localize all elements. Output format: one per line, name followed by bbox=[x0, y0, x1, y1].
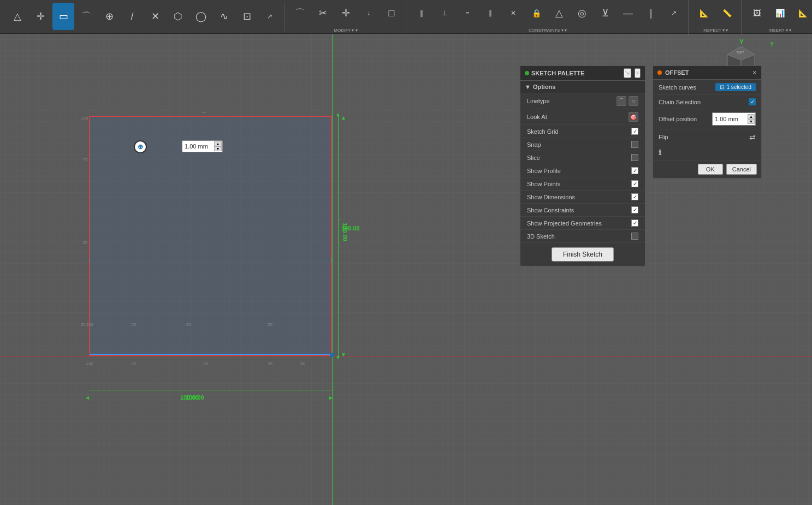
constraint-lock-btn[interactable]: 🔒 bbox=[525, 0, 547, 27]
showdimensions-label: Show Dimensions bbox=[527, 194, 575, 200]
bottom-ruler-50: 50 bbox=[300, 361, 305, 366]
sketch-palette-title: SKETCH PALETTE bbox=[531, 70, 585, 76]
3dsketch-checkbox[interactable] bbox=[631, 233, 638, 240]
constraint-equal-btn[interactable]: = bbox=[457, 0, 478, 27]
sketch-ellipse-btn[interactable]: ◯ bbox=[190, 3, 212, 30]
ruler-tick-neg75: -75 bbox=[130, 322, 137, 327]
palette-row-snap: Snap bbox=[520, 138, 645, 151]
sketch-palette-header[interactable]: SKETCH PALETTE ⇲ × bbox=[520, 66, 645, 81]
sketch-circle-btn[interactable]: ⊕ bbox=[98, 3, 120, 30]
sketch-line2-btn[interactable]: / bbox=[121, 3, 143, 30]
offset-close-btn[interactable]: × bbox=[752, 68, 757, 77]
left-ruler-neg25: -25 bbox=[79, 322, 86, 327]
offset-position-label: Offset position bbox=[659, 116, 697, 122]
insert-label[interactable]: INSERT ▾ bbox=[768, 28, 791, 33]
sketch-hex-btn[interactable]: ⬡ bbox=[167, 3, 189, 30]
sketch-palette-section-options[interactable]: ▼ Options bbox=[520, 81, 645, 93]
sketch-palette-close-btn[interactable]: × bbox=[635, 68, 641, 78]
lookat-icon[interactable]: 🎯 bbox=[629, 112, 638, 122]
palette-row-showprofile: Show Profile bbox=[520, 164, 645, 177]
showpoints-checkbox[interactable] bbox=[631, 180, 638, 187]
sketch-point-btn[interactable]: ✛ bbox=[29, 3, 51, 30]
offset-chainselection-row: Chain Selection ✓ bbox=[653, 95, 761, 109]
constraints-label[interactable]: CONSTRAINTS ▾ bbox=[529, 28, 567, 33]
constraint-collinear-btn[interactable]: ⊥ bbox=[434, 0, 455, 27]
sketch-arc-btn[interactable]: ⌒ bbox=[75, 3, 97, 30]
dim-spinner-up[interactable]: ▲ bbox=[214, 141, 222, 146]
constraint-perp-btn[interactable]: ✕ bbox=[502, 0, 524, 27]
modify-group: ⌒ ✂ ✛ ↓ □ MODIFY ▾ bbox=[286, 0, 406, 34]
flip-label: Flip bbox=[659, 134, 668, 140]
showconstraints-checkbox[interactable] bbox=[631, 206, 638, 213]
inspect-zebra-btn[interactable]: 📏 bbox=[716, 0, 738, 27]
constraint-parallel-btn[interactable]: ∥ bbox=[479, 0, 501, 27]
vert-dim-100-label: 100.00 bbox=[341, 225, 360, 231]
ruler-tick-neg100: -100 bbox=[85, 322, 93, 327]
ruler-tick-25: 25 bbox=[268, 322, 272, 327]
snap-checkbox[interactable] bbox=[631, 141, 638, 148]
dim-arrow-right: ► bbox=[328, 395, 334, 401]
ok-button[interactable]: OK bbox=[698, 164, 723, 175]
palette-row-lookat: Look At 🎯 bbox=[520, 109, 645, 125]
modify-scale-btn[interactable]: □ bbox=[381, 0, 402, 27]
offset-sketchcurves-row: Sketch curves ⊡ 1 selected bbox=[653, 80, 761, 95]
constraint-tangent-btn[interactable]: △ bbox=[548, 0, 570, 27]
cancel-button[interactable]: Cancel bbox=[726, 164, 757, 175]
sketch-rect-btn[interactable]: ▭ bbox=[52, 3, 74, 30]
modify-label[interactable]: MODIFY ▾ bbox=[334, 28, 357, 33]
left-ruler-25: 25 bbox=[82, 240, 87, 245]
sketchcurves-label: Sketch curves bbox=[659, 84, 696, 91]
offset-position-input[interactable]: 1.00 mm bbox=[715, 116, 748, 122]
offset-spinners: ▲ ▼ bbox=[748, 114, 755, 124]
3dsketch-label: 3D Sketch bbox=[527, 233, 555, 240]
showprojected-checkbox[interactable] bbox=[631, 219, 638, 227]
sketchcurves-selected-btn[interactable]: ⊡ 1 selected bbox=[715, 83, 756, 91]
showprojected-label: Show Projected Geometries bbox=[527, 220, 602, 227]
canvas-dimension-input[interactable]: 1.00 mm bbox=[185, 143, 213, 150]
constraint-sym-btn[interactable]: ⊻ bbox=[594, 0, 616, 27]
canvas-dimension-input-box[interactable]: 1.00 mm ▲ ▼ bbox=[182, 140, 223, 152]
snap-label: Snap bbox=[527, 141, 541, 148]
constraint-icon: ⊕ bbox=[134, 140, 147, 153]
finish-sketch-palette-btn[interactable]: Finish Sketch bbox=[552, 247, 614, 262]
palette-row-showconstraints: Show Constraints bbox=[520, 204, 645, 217]
inspect-measure-btn[interactable]: 📐 bbox=[693, 0, 715, 27]
bottom-ruler-neg25: -25 bbox=[202, 361, 209, 366]
constraint-midpt-btn[interactable]: ↗ bbox=[663, 0, 685, 27]
dim-100-label: 100.00 bbox=[180, 394, 199, 401]
constraint-vert-btn[interactable]: | bbox=[640, 0, 662, 27]
constraint-concentric-btn[interactable]: ◎ bbox=[571, 0, 593, 27]
offset-spinner-up[interactable]: ▲ bbox=[748, 114, 755, 119]
sketch-spline-btn[interactable]: ∿ bbox=[213, 3, 235, 30]
showdimensions-checkbox[interactable] bbox=[631, 193, 638, 200]
modify-fillet-btn[interactable]: ⌒ bbox=[289, 0, 311, 27]
offset-spinner-down[interactable]: ▼ bbox=[748, 119, 755, 124]
offset-dot bbox=[657, 70, 662, 75]
modify-extend-btn[interactable]: ✛ bbox=[335, 0, 357, 27]
sketch-x-btn[interactable]: ✕ bbox=[144, 3, 166, 30]
insert-svg-btn[interactable]: 📊 bbox=[769, 0, 791, 27]
sketch-line-btn[interactable]: △ bbox=[7, 3, 28, 30]
linetype-icon2[interactable]: □ bbox=[629, 96, 638, 106]
showprofile-checkbox[interactable] bbox=[631, 167, 638, 174]
linetype-icon1[interactable]: ⌒ bbox=[617, 96, 626, 106]
inspect-label[interactable]: INSPECT ▾ bbox=[703, 28, 728, 33]
insert-image-btn[interactable]: 🖼 bbox=[746, 0, 768, 27]
sketch-offset-btn[interactable]: ↗ bbox=[259, 3, 281, 30]
sketch-conic-btn[interactable]: ⊡ bbox=[236, 3, 258, 30]
sketchgrid-checkbox[interactable] bbox=[631, 128, 638, 135]
flip-icon[interactable]: ⇄ bbox=[749, 133, 756, 141]
left-ruler-75: 75 bbox=[82, 157, 87, 162]
modify-break-btn[interactable]: ↓ bbox=[358, 0, 380, 27]
sketch-palette-expand-btn[interactable]: ⇲ bbox=[624, 68, 631, 78]
sketchgrid-label: Sketch Grid bbox=[527, 128, 558, 135]
chainselection-checkbox[interactable]: ✓ bbox=[749, 98, 756, 105]
dim-spinner-down[interactable]: ▼ bbox=[214, 146, 222, 151]
create-group: △ ✛ ▭ ⌒ ⊕ / ✕ ⬡ ◯ ∿ ⊡ ↗ bbox=[3, 3, 285, 31]
insert-dxf-btn[interactable]: 📐 bbox=[792, 0, 812, 27]
modify-trim-btn[interactable]: ✂ bbox=[312, 0, 334, 27]
constraint-horiz-btn[interactable]: — bbox=[617, 0, 639, 27]
constraint-coincident-btn[interactable]: ‖ bbox=[411, 0, 432, 27]
slice-checkbox[interactable] bbox=[631, 154, 638, 161]
y-label-top-right: Y bbox=[770, 41, 774, 47]
